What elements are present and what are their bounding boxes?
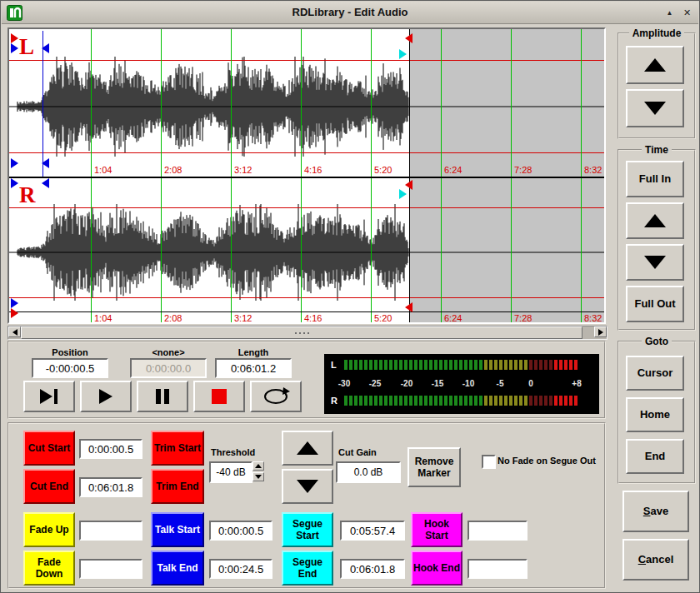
play-from-start-button[interactable] bbox=[23, 381, 75, 412]
right-arrow-icon bbox=[598, 329, 603, 336]
stop-button[interactable] bbox=[193, 381, 245, 412]
full-out-button[interactable]: Full Out bbox=[626, 286, 684, 322]
trim-end-button[interactable]: Trim End bbox=[151, 469, 204, 504]
save-button[interactable]: Save bbox=[622, 491, 689, 532]
pause-icon bbox=[154, 387, 171, 406]
threshold-field[interactable]: -40 dB bbox=[209, 461, 252, 483]
meter-scale-label: 0 bbox=[528, 379, 533, 388]
meter-scale-label: -30 bbox=[338, 379, 350, 388]
ruler-marker-left-d[interactable] bbox=[42, 178, 49, 188]
talk-end-button[interactable]: Talk End bbox=[151, 551, 204, 586]
time-label: 7:28 bbox=[514, 165, 532, 175]
time-group: Time Full In Full Out bbox=[618, 144, 696, 331]
trim-start-button[interactable]: Trim Start bbox=[151, 431, 204, 466]
no-fade-label: No Fade on Segue Out bbox=[498, 456, 596, 466]
full-in-button[interactable]: Full In bbox=[626, 161, 684, 197]
time-label: 7:28 bbox=[514, 313, 532, 323]
segue-end-field[interactable]: 0:06:01.8 bbox=[340, 559, 405, 579]
zoom-in-button[interactable] bbox=[626, 202, 684, 239]
thumb-grip-icon bbox=[308, 332, 309, 334]
post-audio-region bbox=[410, 29, 604, 322]
meter-scale-label: +8 bbox=[572, 379, 581, 388]
segue-end-marker[interactable] bbox=[399, 49, 407, 59]
talk-start-field[interactable]: 0:00:00.5 bbox=[209, 521, 272, 541]
gain-down-button[interactable] bbox=[282, 469, 333, 504]
scroll-left-button[interactable] bbox=[8, 326, 21, 337]
time-label: 5:20 bbox=[374, 165, 392, 175]
meter-scale-label: -5 bbox=[497, 379, 504, 388]
ruler-marker-left-a[interactable] bbox=[11, 158, 18, 168]
hook-end-button[interactable]: Hook End bbox=[411, 551, 462, 586]
time-label: 3:12 bbox=[234, 313, 252, 323]
cut-end-marker[interactable] bbox=[405, 33, 412, 43]
goto-end-button[interactable]: End bbox=[626, 439, 684, 474]
ruler-marker-left-c[interactable] bbox=[11, 178, 18, 188]
scrollbar-thumb[interactable] bbox=[21, 326, 582, 339]
scroll-right-button[interactable] bbox=[594, 326, 607, 337]
fade-down-button[interactable]: Fade Down bbox=[23, 551, 75, 586]
transport-panel: Position <none> Length -0:00:00.5 0:00:0… bbox=[8, 341, 606, 419]
time-label: 1:04 bbox=[94, 313, 112, 323]
meter-right-label: R bbox=[331, 396, 338, 406]
cut-end-marker-right-chan[interactable] bbox=[405, 180, 412, 190]
meter-scale-label: -20 bbox=[401, 379, 412, 388]
length-label: Length bbox=[215, 347, 292, 357]
cut-start-marker-right-chan[interactable] bbox=[11, 308, 18, 318]
length-field[interactable]: 0:06:01.2 bbox=[215, 358, 292, 378]
close-button[interactable]: ✕ bbox=[680, 6, 694, 20]
segue-start-button[interactable]: Segue Start bbox=[282, 512, 333, 547]
cut-start-button[interactable]: Cut Start bbox=[23, 431, 75, 466]
threshold-spin-down[interactable] bbox=[252, 472, 264, 481]
threshold-spin-up[interactable] bbox=[252, 461, 264, 471]
title-bar[interactable]: RDLibrary - Edit Audio ▲ ✕ bbox=[2, 2, 698, 24]
segue-end-marker-right-chan[interactable] bbox=[399, 189, 407, 199]
play-button[interactable] bbox=[80, 381, 132, 412]
hook-end-field[interactable] bbox=[468, 559, 528, 579]
fade-down-field[interactable] bbox=[79, 559, 142, 579]
fade-up-button[interactable]: Fade Up bbox=[23, 512, 75, 547]
talk-start-button[interactable]: Talk Start bbox=[151, 512, 204, 547]
cut-end-field[interactable]: 0:06:01.8 bbox=[79, 477, 142, 497]
shade-button[interactable]: ▲ bbox=[662, 6, 677, 20]
talk-end-field[interactable]: 0:00:24.5 bbox=[209, 559, 272, 579]
time-label: 4:16 bbox=[304, 165, 322, 175]
time-group-title: Time bbox=[642, 144, 672, 156]
talk-start-marker-right-chan[interactable] bbox=[11, 298, 18, 308]
waveform-canvas bbox=[9, 29, 604, 322]
marker-position-field: 0:00:00.0 bbox=[130, 358, 207, 378]
pause-button[interactable] bbox=[137, 381, 188, 412]
talk-start-marker[interactable] bbox=[11, 43, 18, 53]
segue-end-button[interactable]: Segue End bbox=[282, 551, 333, 586]
cut-gain-field[interactable]: 0.0 dB bbox=[336, 461, 401, 483]
amplitude-down-button[interactable] bbox=[626, 89, 684, 127]
hook-start-field[interactable] bbox=[468, 521, 528, 541]
loop-button[interactable] bbox=[250, 381, 302, 412]
amplitude-up-button[interactable] bbox=[626, 46, 684, 84]
no-fade-checkbox[interactable] bbox=[482, 455, 496, 469]
zoom-out-button[interactable] bbox=[626, 244, 684, 281]
goto-cursor-button[interactable]: Cursor bbox=[626, 356, 684, 391]
up-arrow-icon bbox=[644, 58, 666, 72]
loop-icon bbox=[262, 387, 290, 406]
cut-end-button[interactable]: Cut End bbox=[23, 469, 75, 504]
gain-up-button[interactable] bbox=[282, 431, 333, 466]
stop-icon bbox=[211, 388, 228, 405]
segue-start-field[interactable]: 0:05:57.4 bbox=[340, 521, 405, 541]
hook-start-button[interactable]: Hook Start bbox=[411, 512, 462, 547]
cancel-button[interactable]: Cancel bbox=[622, 539, 689, 581]
goto-home-button[interactable]: Home bbox=[626, 397, 684, 432]
waveform-scrollbar[interactable] bbox=[8, 326, 608, 340]
position-field[interactable]: -0:00:00.5 bbox=[32, 358, 108, 378]
cut-start-marker[interactable] bbox=[11, 33, 18, 43]
cut-end-marker-bottom[interactable] bbox=[405, 302, 412, 312]
time-label: 8:32 bbox=[584, 313, 602, 323]
marker-panel: Cut Start 0:00:00.5 Cut End 0:06:01.8 Tr… bbox=[8, 422, 606, 589]
remove-marker-button[interactable]: Remove Marker bbox=[408, 447, 461, 487]
time-label: 5:20 bbox=[374, 313, 392, 323]
waveform-display[interactable]: L R 1:04 2:08 3:12 4:16 5:20 6:24 7:28 8… bbox=[8, 27, 606, 324]
down-arrow-icon bbox=[297, 480, 318, 493]
edit-audio-window: RDLibrary - Edit Audio ▲ ✕ bbox=[0, 0, 700, 593]
cut-start-field[interactable]: 0:00:00.5 bbox=[79, 439, 142, 459]
fade-up-field[interactable] bbox=[79, 521, 142, 541]
marker-name-label: <none> bbox=[130, 347, 207, 357]
